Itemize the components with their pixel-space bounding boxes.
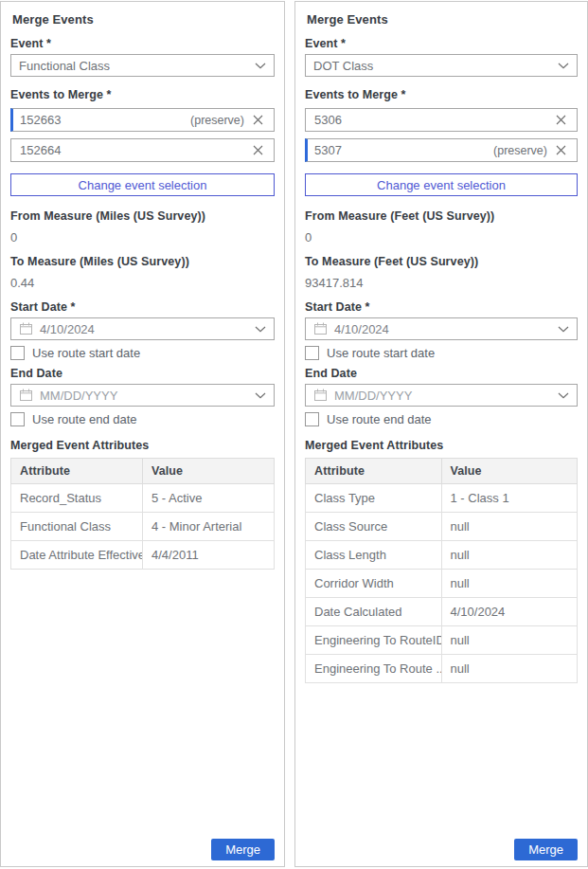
preserve-badge: (preserve) (493, 144, 547, 157)
attribute-column-header: Attribute (306, 459, 442, 484)
use-route-start-date-checkbox-row[interactable]: Use route start date (10, 346, 275, 360)
use-route-end-date-checkbox-row[interactable]: Use route end date (305, 412, 578, 426)
start-date-value: 4/10/2024 (40, 322, 248, 336)
use-route-end-date-checkbox-row[interactable]: Use route end date (10, 412, 275, 426)
merge-events-panel-right: Merge Events Event * DOT Class Events to… (294, 1, 588, 867)
events-to-merge-list: 152663(preserve)152664 (10, 101, 275, 162)
attribute-cell: Engineering To Route ... (306, 655, 442, 683)
value-cell: null (441, 513, 578, 541)
end-date-input[interactable]: MM/DD/YYYY (10, 384, 275, 407)
event-id-input[interactable]: 5306 (305, 108, 578, 132)
table-header-row: Attribute Value (306, 459, 578, 484)
attribute-cell: Corridor Width (306, 570, 442, 598)
start-date-input[interactable]: 4/10/2024 (305, 317, 578, 340)
table-row: Record_Status5 - Active (11, 484, 275, 513)
merge-events-panel-left: Merge Events Event * Functional Class Ev… (0, 1, 285, 867)
use-route-start-date-checkbox-row[interactable]: Use route start date (305, 346, 578, 360)
merge-button[interactable]: Merge (211, 839, 275, 860)
use-route-start-date-label: Use route start date (32, 346, 140, 360)
event-id-input[interactable]: 5307(preserve) (305, 138, 578, 162)
attribute-cell: Date Calculated (306, 598, 442, 626)
event-label: Event * (10, 37, 275, 50)
use-route-end-date-label: Use route end date (327, 412, 432, 426)
value-cell: 5 - Active (143, 484, 275, 513)
chevron-down-icon (255, 63, 266, 69)
merged-attributes-table: Attribute Value Class Type1 - Class 1Cla… (305, 458, 578, 683)
table-row: Corridor Widthnull (306, 570, 578, 598)
attribute-cell: Record_Status (11, 484, 143, 513)
to-measure-value: 0.44 (10, 277, 275, 290)
value-cell: null (441, 626, 578, 655)
change-event-selection-button[interactable]: Change event selection (305, 173, 578, 196)
value-cell: 4/4/2011 (143, 541, 275, 570)
checkbox-unchecked[interactable] (10, 346, 25, 360)
chevron-down-icon (558, 392, 569, 399)
event-id-input[interactable]: 152664 (10, 138, 275, 162)
value-column-header: Value (143, 459, 275, 484)
attribute-cell: Class Type (306, 484, 442, 513)
page-title: Merge Events (12, 12, 275, 27)
event-id-value: 152663 (20, 113, 190, 127)
table-row: Date Attribute Effective4/4/2011 (11, 541, 275, 570)
chevron-down-icon (255, 326, 266, 333)
remove-event-icon[interactable] (251, 113, 265, 127)
from-measure-label: From Measure (Miles (US Survey)) (10, 209, 275, 223)
table-row: Date Calculated4/10/2024 (306, 598, 578, 626)
table-body: Class Type1 - Class 1Class SourcenullCla… (306, 484, 578, 683)
event-id-input[interactable]: 152663(preserve) (10, 108, 275, 132)
events-to-merge-label: Events to Merge * (305, 88, 578, 101)
attribute-column-header: Attribute (11, 459, 143, 484)
value-cell: null (441, 655, 578, 683)
end-date-input[interactable]: MM/DD/YYYY (305, 384, 578, 407)
to-measure-value: 93417.814 (305, 277, 578, 290)
value-cell: 4/10/2024 (441, 598, 578, 626)
remove-event-icon[interactable] (554, 113, 568, 127)
calendar-icon (313, 389, 328, 402)
calendar-icon (313, 322, 328, 335)
event-id-value: 5307 (314, 143, 493, 157)
value-cell: 1 - Class 1 (441, 484, 578, 513)
from-measure-value: 0 (305, 231, 578, 244)
calendar-icon (19, 389, 33, 402)
remove-event-icon[interactable] (554, 143, 568, 157)
start-date-input[interactable]: 4/10/2024 (10, 317, 275, 340)
calendar-icon (19, 322, 33, 335)
value-column-header: Value (441, 459, 578, 484)
end-date-placeholder: MM/DD/YYYY (40, 389, 248, 403)
merge-button[interactable]: Merge (514, 839, 578, 860)
preserve-badge: (preserve) (190, 114, 244, 127)
use-route-start-date-label: Use route start date (327, 346, 435, 360)
end-date-label: End Date (305, 367, 578, 380)
end-date-placeholder: MM/DD/YYYY (334, 389, 551, 403)
panel-spacer (305, 683, 578, 839)
from-measure-value: 0 (10, 231, 275, 244)
chevron-down-icon (558, 326, 569, 333)
start-date-label: Start Date * (305, 300, 578, 314)
page-title: Merge Events (307, 12, 578, 27)
event-select[interactable]: DOT Class (305, 54, 578, 77)
attribute-cell: Class Length (306, 541, 442, 570)
table-row: Functional Class4 - Minor Arterial (11, 513, 275, 541)
merge-events-workspace: Merge Events Event * Functional Class Ev… (0, 0, 588, 867)
table-header-row: Attribute Value (11, 459, 275, 484)
event-select[interactable]: Functional Class (10, 54, 275, 77)
checkbox-unchecked[interactable] (305, 412, 319, 426)
table-row: Class Type1 - Class 1 (306, 484, 578, 513)
attribute-cell: Functional Class (11, 513, 143, 541)
remove-event-icon[interactable] (251, 143, 265, 157)
change-event-selection-button[interactable]: Change event selection (10, 173, 275, 196)
chevron-down-icon (558, 63, 569, 69)
from-measure-label: From Measure (Feet (US Survey)) (305, 209, 578, 223)
value-cell: 4 - Minor Arterial (143, 513, 275, 541)
checkbox-unchecked[interactable] (305, 346, 319, 360)
checkbox-unchecked[interactable] (10, 412, 25, 426)
value-cell: null (441, 541, 578, 570)
attribute-cell: Date Attribute Effective (11, 541, 143, 570)
table-body: Record_Status5 - ActiveFunctional Class4… (11, 484, 275, 570)
events-to-merge-label: Events to Merge * (10, 88, 275, 101)
merge-button-row: Merge (10, 839, 275, 862)
table-row: Engineering To Route ...null (306, 655, 578, 683)
event-label: Event * (305, 37, 578, 50)
table-row: Class Sourcenull (306, 513, 578, 541)
chevron-down-icon (255, 392, 266, 399)
